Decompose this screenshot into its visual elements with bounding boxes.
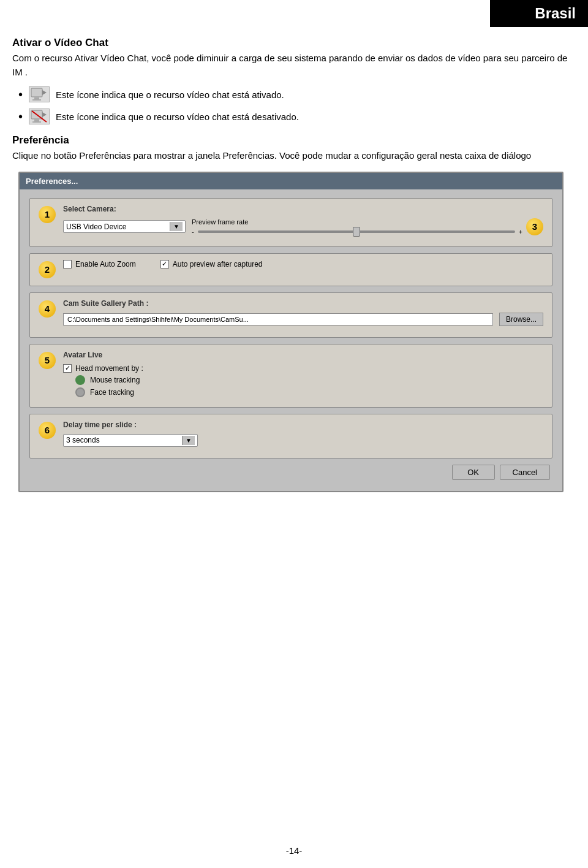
auto-preview-checkbox[interactable] bbox=[160, 260, 169, 268]
section1-para: Com o recurso Ativar Vídeo Chat, você po… bbox=[12, 51, 570, 79]
head-movement-checkbox[interactable] bbox=[63, 364, 72, 373]
bullet-dot-2: • bbox=[18, 110, 23, 123]
page-footer: -14- bbox=[0, 845, 588, 856]
gallery-path: C:\Documents and Settings\Shihfei\My Doc… bbox=[63, 313, 493, 326]
browse-button[interactable]: Browse... bbox=[499, 313, 543, 326]
bullet-list: • Este ícone indica que o recurso vídeo … bbox=[18, 86, 570, 124]
auto-zoom-row: Enable Auto Zoom bbox=[63, 260, 136, 268]
svg-rect-3 bbox=[32, 99, 41, 101]
zoom-row: Enable Auto Zoom Auto preview after capt… bbox=[63, 260, 543, 271]
svg-marker-1 bbox=[42, 90, 47, 95]
auto-zoom-checkbox[interactable] bbox=[63, 260, 72, 268]
preview-frame-label: Preview frame rate bbox=[192, 218, 522, 226]
camera-dropdown[interactable]: USB Video Device ▼ bbox=[63, 220, 186, 233]
ok-button[interactable]: OK bbox=[452, 465, 495, 480]
badge-6: 6 bbox=[39, 422, 56, 439]
badge-4: 4 bbox=[39, 300, 56, 318]
bullet-item-2: • Este ícone indica que o recurso vídeo … bbox=[18, 108, 570, 124]
dialog-section-avatar: 5 Avatar Live Head movement by : Mouse t… bbox=[29, 344, 552, 408]
gallery-label: Cam Suite Gallery Path : bbox=[63, 299, 543, 308]
delay-dropdown-arrow: ▼ bbox=[182, 436, 195, 445]
pref-title: Preferência bbox=[12, 134, 570, 147]
head-movement-label: Head movement by : bbox=[75, 364, 143, 373]
camera-dropdown-arrow: ▼ bbox=[170, 222, 183, 231]
section-avatar-content: Avatar Live Head movement by : Mouse tra… bbox=[63, 351, 543, 400]
head-movement-row: Head movement by : bbox=[63, 364, 543, 373]
section-gallery-content: Cam Suite Gallery Path : C:\Documents an… bbox=[63, 299, 543, 330]
dialog-section-gallery: 4 Cam Suite Gallery Path : C:\Documents … bbox=[29, 292, 552, 338]
icon-deactivated bbox=[29, 108, 50, 124]
badge-3: 3 bbox=[526, 218, 543, 235]
section-camera-content: Select Camera: USB Video Device ▼ Previe… bbox=[63, 205, 543, 239]
svg-rect-6 bbox=[34, 120, 39, 121]
section-zoom-content: Enable Auto Zoom Auto preview after capt… bbox=[63, 260, 543, 275]
face-tracking-label: Face tracking bbox=[90, 388, 134, 397]
bullet-dot-1: • bbox=[18, 88, 23, 101]
badge-5: 5 bbox=[39, 352, 56, 369]
auto-preview-row: Auto preview after captured bbox=[160, 260, 263, 268]
section1-title: Ativar o Vídeo Chat bbox=[12, 37, 570, 49]
mouse-tracking-row: Mouse tracking bbox=[75, 375, 543, 385]
svg-marker-5 bbox=[42, 112, 47, 117]
badge-1: 1 bbox=[39, 206, 56, 223]
camera-label: Select Camera: bbox=[63, 205, 543, 213]
dialog-body: 1 Select Camera: USB Video Device ▼ Prev… bbox=[20, 189, 562, 491]
cancel-button[interactable]: Cancel bbox=[500, 465, 550, 480]
bullet-item-1-text: Este ícone indica que o recurso vídeo ch… bbox=[56, 89, 284, 100]
preferences-dialog: Preferences... 1 Select Camera: USB Vide… bbox=[18, 172, 564, 492]
preview-frame-row: Preview frame rate - + 3 bbox=[192, 218, 543, 235]
gallery-row: C:\Documents and Settings\Shihfei\My Doc… bbox=[63, 313, 543, 326]
slider-container: - + bbox=[192, 228, 522, 235]
main-content: Ativar o Vídeo Chat Com o recurso Ativar… bbox=[0, 0, 588, 529]
dialog-section-delay: 6 Delay time per slide : 3 seconds ▼ bbox=[29, 414, 552, 459]
face-tracking-row: Face tracking bbox=[75, 387, 543, 397]
dialog-titlebar: Preferences... bbox=[20, 173, 562, 189]
slider-track[interactable] bbox=[198, 230, 515, 233]
slider-plus: + bbox=[519, 228, 522, 235]
auto-zoom-label: Enable Auto Zoom bbox=[75, 260, 136, 268]
delay-label: Delay time per slide : bbox=[63, 421, 543, 429]
svg-rect-2 bbox=[34, 97, 39, 99]
section-delay-content: Delay time per slide : 3 seconds ▼ bbox=[63, 421, 543, 451]
header-brasil: Brasil bbox=[490, 0, 588, 27]
svg-rect-0 bbox=[31, 88, 42, 97]
bullet-item-1: • Este ícone indica que o recurso vídeo … bbox=[18, 86, 570, 102]
delay-dropdown[interactable]: 3 seconds ▼ bbox=[63, 434, 198, 447]
dialog-buttons: OK Cancel bbox=[29, 465, 552, 482]
svg-rect-7 bbox=[32, 121, 41, 123]
mouse-tracking-radio[interactable] bbox=[75, 375, 85, 385]
delay-value: 3 seconds bbox=[66, 436, 100, 444]
dialog-section-zoom: 2 Enable Auto Zoom Auto preview after ca… bbox=[29, 253, 552, 286]
mouse-tracking-label: Mouse tracking bbox=[90, 376, 140, 384]
avatar-label: Avatar Live bbox=[63, 351, 543, 359]
face-tracking-radio[interactable] bbox=[75, 387, 85, 397]
badge-2: 2 bbox=[39, 261, 56, 278]
slider-thumb[interactable] bbox=[353, 227, 360, 237]
auto-preview-label: Auto preview after captured bbox=[173, 260, 263, 268]
bullet-item-2-text: Este ícone indica que o recurso vídeo ch… bbox=[56, 112, 299, 122]
pref-para: Clique no botão Preferências para mostra… bbox=[12, 149, 570, 163]
delay-row: 3 seconds ▼ bbox=[63, 434, 543, 447]
camera-row: USB Video Device ▼ Preview frame rate - bbox=[63, 218, 543, 235]
dialog-section-camera: 1 Select Camera: USB Video Device ▼ Prev… bbox=[29, 198, 552, 247]
slider-minus: - bbox=[192, 228, 194, 235]
icon-activated bbox=[29, 86, 50, 102]
camera-value: USB Video Device bbox=[66, 223, 127, 231]
